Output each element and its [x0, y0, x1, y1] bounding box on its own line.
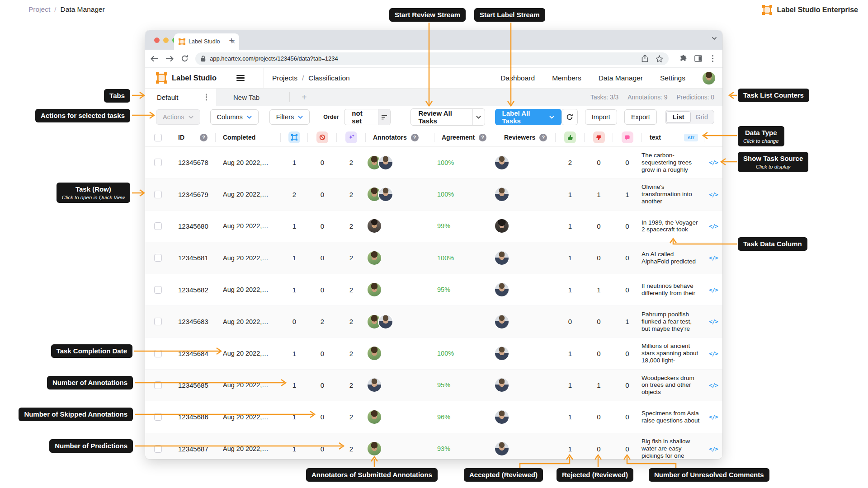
export-button[interactable]: Export: [624, 109, 657, 125]
callout-review-stream: Start Review Stream: [389, 8, 466, 22]
order-control[interactable]: not set: [344, 109, 391, 125]
minimize-window-button[interactable]: [163, 38, 169, 43]
table-row[interactable]: 12345680Aug 20 2022,…10299%100In 1989, t…: [145, 211, 722, 242]
tab-menu-kebab-icon[interactable]: [206, 96, 207, 98]
actions-button[interactable]: Actions: [156, 109, 200, 125]
forward-icon[interactable]: [165, 54, 175, 64]
grid-view-button[interactable]: Grid: [691, 112, 713, 122]
share-icon[interactable]: [642, 55, 648, 62]
help-icon[interactable]: ?: [539, 134, 547, 141]
close-window-button[interactable]: [154, 38, 160, 43]
table-row[interactable]: 12345681Aug 20 2022,…102100%100An AI cal…: [145, 242, 722, 274]
row-checkbox[interactable]: [154, 222, 162, 230]
show-source-icon[interactable]: </>: [709, 382, 718, 389]
table-row[interactable]: 12345685Aug 20 2022,…10295%110Woodpecker…: [145, 370, 722, 401]
bookmark-star-icon[interactable]: [656, 55, 663, 62]
row-checkbox[interactable]: [154, 254, 162, 262]
avatar: [368, 442, 381, 455]
user-avatar[interactable]: [703, 72, 715, 84]
review-all-tasks-button[interactable]: Review All Tasks: [410, 108, 485, 126]
help-icon[interactable]: ?: [411, 134, 419, 141]
agreement-value: 100%: [434, 242, 493, 273]
header-reviewers[interactable]: Reviewers?: [493, 128, 556, 146]
show-source-icon[interactable]: </>: [709, 191, 718, 198]
accepted-count: 2: [556, 147, 585, 178]
header-annotations[interactable]: [281, 128, 308, 146]
nav-data-manager[interactable]: Data Manager: [599, 74, 643, 82]
header-text[interactable]: textstr: [642, 128, 704, 146]
show-source-icon[interactable]: </>: [709, 446, 718, 452]
table-row[interactable]: 12345682Aug 20 2022,…10295%110If neutrin…: [145, 274, 722, 306]
row-checkbox[interactable]: [154, 381, 162, 389]
extensions-puzzle-icon[interactable]: [679, 55, 687, 62]
row-checkbox[interactable]: [154, 159, 162, 166]
header-rejected[interactable]: [585, 128, 613, 146]
show-source-icon[interactable]: </>: [709, 318, 718, 325]
task-text: Big fish in shallow water are easy picki…: [642, 433, 704, 459]
show-source-icon[interactable]: </>: [709, 223, 718, 230]
new-tab-icon[interactable]: +: [225, 34, 238, 47]
nav-members[interactable]: Members: [552, 74, 581, 82]
back-icon[interactable]: [150, 54, 160, 64]
show-source-icon[interactable]: </>: [709, 159, 718, 166]
row-checkbox[interactable]: [154, 413, 162, 421]
address-bar[interactable]: app.heartex.com/projects/123456/data?tab…: [195, 52, 669, 65]
reviewers: [493, 211, 556, 242]
table-row[interactable]: 12345687Aug 20 2022,…10293%100Big fish i…: [145, 433, 722, 459]
header-accepted[interactable]: [556, 128, 585, 146]
refresh-button[interactable]: [561, 109, 578, 125]
header-id[interactable]: ID?: [170, 128, 216, 146]
app-logo-text[interactable]: Label Studio: [172, 74, 217, 82]
url-text[interactable]: app.heartex.com/projects/123456/data?tab…: [210, 55, 634, 62]
table-row[interactable]: 12345683Aug 20 2022,…022001Pahrump poolf…: [145, 306, 722, 338]
app-breadcrumb-projects[interactable]: Projects: [272, 74, 297, 82]
chevron-down-icon[interactable]: [712, 37, 717, 40]
row-checkbox[interactable]: [154, 318, 162, 325]
table-row[interactable]: 12345678Aug 20 2022,…102100%200The carbo…: [145, 147, 722, 178]
header-annotators[interactable]: Annotators?: [366, 128, 434, 146]
table-row[interactable]: 12345684Aug 20 2022,…102100%100Millions …: [145, 338, 722, 369]
tab-new-tab[interactable]: New Tab: [224, 94, 269, 101]
row-checkbox[interactable]: [154, 350, 162, 357]
sort-direction-icon[interactable]: [378, 109, 391, 125]
columns-button[interactable]: Columns: [210, 109, 259, 125]
row-checkbox[interactable]: [154, 286, 162, 294]
header-comments[interactable]: [613, 128, 642, 146]
help-icon[interactable]: ?: [479, 134, 486, 141]
reload-icon[interactable]: [179, 54, 189, 64]
review-dropdown-chevron-icon[interactable]: [472, 109, 485, 125]
show-source-icon[interactable]: </>: [709, 254, 718, 261]
header-agreement[interactable]: Agreement?: [434, 128, 493, 146]
nav-dashboard[interactable]: Dashboard: [500, 74, 535, 82]
list-view-button[interactable]: List: [666, 111, 691, 123]
header-skipped[interactable]: [308, 128, 337, 146]
show-source-icon[interactable]: </>: [709, 286, 718, 293]
hamburger-menu-icon[interactable]: [236, 75, 245, 81]
data-type-badge[interactable]: str: [684, 134, 698, 141]
sidebar-icon[interactable]: [694, 55, 702, 62]
predictions-count: 2: [337, 274, 366, 305]
browser-menu-kebab-icon[interactable]: [709, 58, 716, 59]
label-all-tasks-button[interactable]: Label All Tasks: [495, 109, 562, 125]
tab-default[interactable]: Default: [145, 89, 216, 106]
breadcrumb-project[interactable]: Project: [28, 5, 50, 14]
table-row[interactable]: 12345679Aug 20 2022,…202100%111Olivine's…: [145, 178, 722, 210]
filters-button[interactable]: Filters: [269, 109, 310, 125]
app-logo-icon[interactable]: [156, 72, 167, 84]
avatar: [368, 219, 381, 233]
help-icon[interactable]: ?: [200, 134, 208, 141]
table-row[interactable]: 12345686Aug 20 2022,…10296%100Specimens …: [145, 401, 722, 433]
add-view-tab-icon[interactable]: +: [302, 92, 307, 103]
annotations-count: 1: [281, 211, 308, 242]
row-checkbox[interactable]: [154, 445, 162, 453]
header-completed[interactable]: Completed: [216, 128, 281, 146]
row-checkbox[interactable]: [154, 191, 162, 198]
annotations-count: 1: [281, 147, 308, 178]
show-source-icon[interactable]: </>: [709, 350, 718, 357]
show-source-icon[interactable]: </>: [709, 413, 718, 420]
select-all-checkbox[interactable]: [154, 134, 162, 141]
import-button[interactable]: Import: [585, 109, 617, 125]
nav-settings[interactable]: Settings: [660, 74, 685, 82]
header-predictions[interactable]: [337, 128, 366, 146]
task-id: 12345683: [170, 306, 216, 337]
